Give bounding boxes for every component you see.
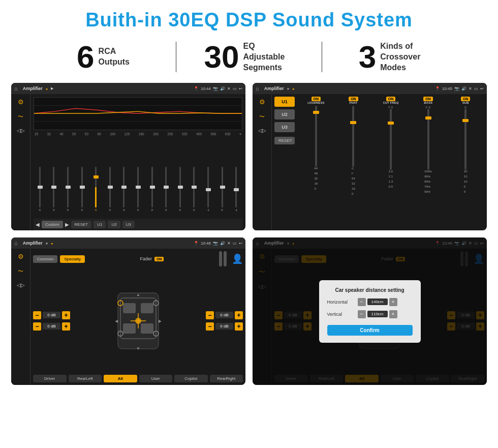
rearright-btn[interactable]: RearRight — [210, 375, 243, 382]
vol-ctrl-br: − 0 dB + — [206, 322, 243, 331]
preset-u1-btn[interactable]: U1 — [274, 97, 295, 107]
fader-vol-icon: 🔊 — [220, 241, 225, 246]
eq-slider-8[interactable]: 0 — [146, 167, 159, 218]
speaker-distance-dialog: Car speaker distance setting Horizontal … — [319, 280, 421, 343]
cross-sliders: ON LOUDNESS 64 48 32 16 0 — [297, 97, 484, 228]
eq-slider-3[interactable]: 0 — [76, 167, 88, 218]
vol-minus-tr[interactable]: − — [206, 311, 214, 319]
eq-slider-7[interactable]: 0 — [132, 167, 144, 218]
cross-wave-icon[interactable]: 〜 — [259, 113, 265, 121]
vol-plus-tr[interactable]: + — [235, 311, 243, 319]
car-diagram-svg: ▲ ▼ ◀ ▶ — [115, 288, 161, 354]
eq-next-btn[interactable]: ▶ — [65, 222, 69, 227]
fader-slider-1[interactable] — [219, 251, 222, 266]
fader-vol-icon2[interactable]: ◁▷ — [17, 282, 25, 288]
fader-slider-2[interactable] — [224, 251, 227, 266]
eq-custom-btn[interactable]: Custom — [42, 221, 63, 228]
eq-slider-12[interactable]: -1 — [202, 167, 214, 218]
eq-slider-5[interactable]: 0 — [104, 167, 116, 218]
eq-slider-9[interactable]: 0 — [160, 167, 172, 218]
cross-filter-icon[interactable]: ⚙ — [259, 98, 265, 106]
sub-channel: ON SUB G 20 15 10 5 0 — [449, 97, 482, 228]
vertical-label: Vertical — [327, 312, 355, 317]
loudness-on-badge: ON — [312, 97, 321, 101]
eq-arrow: ▶ — [51, 86, 53, 91]
vol-val-bl: 0 dB — [43, 323, 60, 330]
phat-on-badge: ON — [349, 97, 358, 101]
eq-u2-btn[interactable]: U2 — [108, 221, 120, 228]
horizontal-minus-btn[interactable]: − — [358, 298, 366, 306]
fader-filter-icon[interactable]: ⚙ — [18, 253, 24, 260]
eq-status-bar: ⌂ Amplifier ● ▶ 📍 10:44 📷 🔊 ✕ ▭ ↩ — [11, 83, 245, 94]
bass-f4: 70Hz — [424, 185, 431, 188]
bass-f: F — [426, 106, 427, 109]
cross-vol-icon2[interactable]: ◁▷ — [258, 128, 266, 133]
vertical-row: Vertical − 110cm + — [327, 310, 413, 318]
vol-plus-bl[interactable]: + — [62, 322, 70, 331]
cross-reset-btn[interactable]: RESET — [274, 137, 295, 144]
eq-slider-11[interactable]: 0 — [188, 167, 201, 218]
eq-slider-13[interactable]: 0 — [216, 167, 229, 218]
stat-eq: 30 EQ AdjustableSegments — [176, 41, 322, 73]
eq-prev-btn[interactable]: ◀ — [36, 222, 40, 227]
horizontal-value: 140cm — [367, 298, 388, 305]
sub-v1: 20 — [464, 170, 468, 173]
fader-loc-icon: 📍 — [194, 241, 199, 246]
eq-u1-btn[interactable]: U1 — [94, 221, 106, 228]
eq-slider-10[interactable]: 0 — [174, 167, 186, 218]
vertical-plus-btn[interactable]: + — [389, 310, 397, 318]
cross-home-icon[interactable]: ⌂ — [256, 85, 259, 92]
preset-u3-btn[interactable]: U3 — [274, 122, 295, 132]
vol-minus-br[interactable]: − — [206, 322, 214, 331]
right-vol-controls: − 0 dB + − 0 dB + — [206, 269, 243, 372]
vol-minus-bl[interactable]: − — [33, 322, 41, 331]
more-icon[interactable]: » — [239, 132, 241, 136]
eq-slider-14[interactable]: -1 — [230, 167, 242, 218]
fader-common-tab[interactable]: Common — [33, 255, 57, 263]
loudness-v1: 64 — [314, 167, 318, 170]
loudness-label: LOUDNESS — [307, 101, 324, 104]
eq-slider-4[interactable]: 5 — [89, 167, 102, 218]
eq-filter-icon[interactable]: ⚙ — [18, 98, 24, 106]
fader-specialty-tab[interactable]: Specialty — [60, 255, 84, 263]
copilot-btn[interactable]: Copilot — [174, 375, 208, 382]
all-btn[interactable]: All — [104, 375, 137, 382]
driver-btn[interactable]: Driver — [33, 375, 67, 382]
fader-controls-area: − 0 dB + − 0 dB + — [33, 269, 243, 372]
cutfreq-label: CUT FREQ — [383, 101, 399, 104]
eq-slider-0[interactable]: 0 — [34, 167, 46, 218]
fader-user-icon[interactable]: 👤 — [232, 253, 243, 264]
preset-u2-btn[interactable]: U2 — [274, 109, 295, 120]
fader-top-bar: Common Specialty Fader ON 👤 — [33, 251, 243, 266]
fader-home-icon[interactable]: ⌂ — [14, 240, 18, 246]
vol-plus-br[interactable]: + — [235, 322, 243, 331]
cutfreq-on-badge: ON — [386, 97, 396, 101]
confirm-button[interactable]: Confirm — [327, 325, 413, 336]
sub-v3: 10 — [464, 180, 468, 183]
eq-wave-icon[interactable]: 〜 — [18, 113, 23, 121]
eq-slider-2[interactable]: 0 — [61, 167, 74, 218]
fader-label: Fader — [140, 256, 152, 261]
phat-vals: G F 64 32 16 0 — [352, 167, 355, 195]
fader-wave-icon[interactable]: 〜 — [18, 267, 23, 275]
user-btn[interactable]: User — [139, 375, 173, 382]
stat-eq-text: EQ AdjustableSegments — [243, 41, 294, 73]
rearleft-btn[interactable]: RearLeft — [69, 375, 102, 382]
eq-freq-labels: 25 32 40 50 63 80 100 125 160 200 250 32… — [34, 132, 242, 136]
phat-channel: ON PHAT G F 64 32 16 0 — [337, 97, 370, 228]
home-icon[interactable]: ⌂ — [14, 85, 18, 92]
eq-vol-icon[interactable]: ◁▷ — [17, 128, 25, 133]
stat-rca: 6 RCAOutputs — [30, 41, 176, 73]
phat-sub: G — [352, 167, 355, 170]
cross-status-icons: 📍 10:45 📷 🔊 ✕ ▭ ↩ — [435, 86, 484, 91]
close-icon: ✕ — [227, 86, 231, 91]
eq-reset-btn[interactable]: RESET — [71, 221, 92, 228]
vol-plus-tl[interactable]: + — [62, 311, 70, 319]
vol-minus-tl[interactable]: − — [33, 311, 41, 319]
horizontal-plus-btn[interactable]: + — [389, 298, 397, 306]
eq-u3-btn[interactable]: U3 — [122, 221, 135, 228]
eq-slider-6[interactable]: 0 — [118, 167, 131, 218]
eq-slider-1[interactable]: 0 — [48, 167, 60, 218]
loudness-v2: 48 — [314, 172, 318, 175]
vertical-minus-btn[interactable]: − — [358, 310, 366, 318]
